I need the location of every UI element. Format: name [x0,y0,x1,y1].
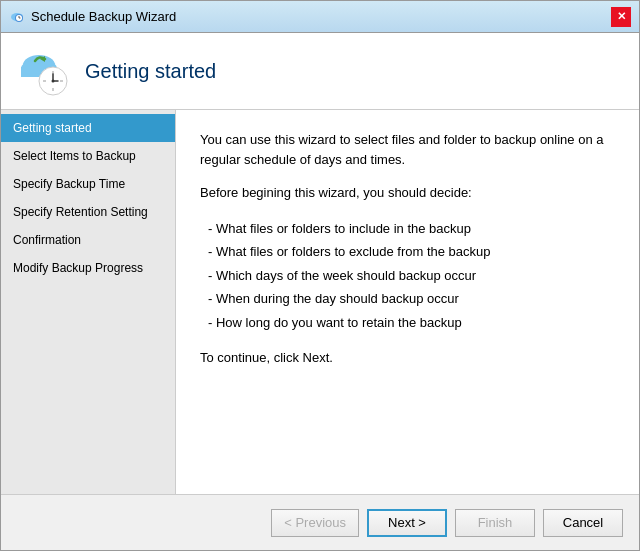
wizard-header: Getting started [1,33,639,110]
bullet-item: What files or folders to exclude from th… [208,240,615,264]
bullet-item: When during the day should backup occur [208,287,615,311]
window-title: Schedule Backup Wizard [31,9,176,24]
svg-point-18 [52,80,55,83]
app-icon [9,9,25,25]
footer-note: To continue, click Next. [200,348,615,368]
title-bar: Schedule Backup Wizard ✕ [1,1,639,33]
header-icon [17,45,69,97]
sidebar-item-getting-started[interactable]: Getting started [1,114,175,142]
sidebar-item-select-backup[interactable]: Select Items to Backup [1,142,175,170]
wizard-footer: < Previous Next > Finish Cancel [1,494,639,550]
finish-button[interactable]: Finish [455,509,535,537]
previous-button[interactable]: < Previous [271,509,359,537]
sidebar-item-confirmation[interactable]: Confirmation [1,226,175,254]
wizard-header-title: Getting started [85,60,216,83]
sidebar: Getting started Select Items to Backup S… [1,110,176,494]
bullet-list: What files or folders to include in the … [200,217,615,335]
intro-text: You can use this wizard to select files … [200,130,615,169]
sidebar-item-specify-backup-time[interactable]: Specify Backup Time [1,170,175,198]
next-button[interactable]: Next > [367,509,447,537]
main-content: Getting started Select Items to Backup S… [1,110,639,494]
close-button[interactable]: ✕ [611,7,631,27]
before-heading: Before begining this wizard, you should … [200,183,615,203]
title-bar-left: Schedule Backup Wizard [9,9,176,25]
sidebar-item-specify-retention[interactable]: Specify Retention Setting [1,198,175,226]
wizard-window: Schedule Backup Wizard ✕ [0,0,640,551]
content-area: You can use this wizard to select files … [176,110,639,494]
cancel-button[interactable]: Cancel [543,509,623,537]
bullet-item: How long do you want to retain the backu… [208,311,615,335]
bullet-item: Which days of the week should backup occ… [208,264,615,288]
bullet-item: What files or folders to include in the … [208,217,615,241]
sidebar-item-modify-backup-progress[interactable]: Modify Backup Progress [1,254,175,282]
